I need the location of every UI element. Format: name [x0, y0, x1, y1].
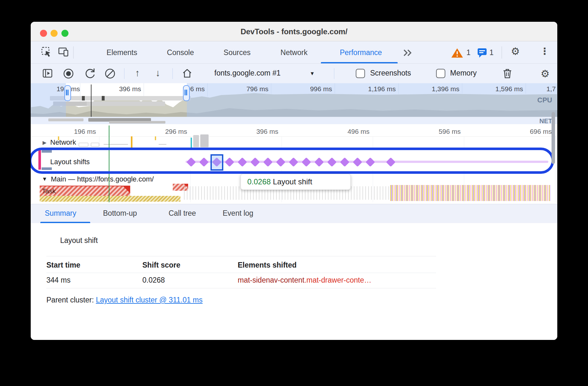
- track-resize-bar-top[interactable]: [42, 150, 52, 153]
- main-collapse-icon[interactable]: ▼: [42, 176, 47, 182]
- network-track[interactable]: ▶ Network Lar Fan l… fonts.google.com): [31, 136, 557, 149]
- tab-sources[interactable]: Sources: [224, 48, 250, 57]
- record-icon[interactable]: [63, 68, 74, 79]
- request-connector: [104, 144, 128, 145]
- tooltip-label: Layout shift: [273, 177, 312, 186]
- flamechart-activity-dense: [390, 185, 550, 201]
- tab-network[interactable]: Network: [281, 48, 307, 57]
- task-label: Task: [42, 187, 56, 195]
- garbage-collect-icon[interactable]: [502, 68, 513, 79]
- net-band: NET: [31, 117, 557, 124]
- reload-record-icon[interactable]: [84, 68, 96, 79]
- track-color-strip: [38, 150, 41, 170]
- tab-elements[interactable]: Elements: [107, 48, 137, 57]
- tab-event-log[interactable]: Event log: [223, 209, 253, 218]
- capture-settings-gear-icon[interactable]: ⚙: [541, 68, 550, 80]
- ruler-label: 496 ms: [347, 128, 369, 135]
- overview-ruler-label: 1,396 ms: [432, 85, 459, 93]
- network-track-label: Network: [50, 138, 76, 147]
- history-caret-icon[interactable]: ▼: [310, 71, 315, 76]
- tab-call-tree[interactable]: Call tree: [169, 209, 196, 218]
- warning-icon[interactable]: [451, 48, 463, 58]
- elements-shifted-value[interactable]: mat-sidenav-content.mat-drawer-conte…: [238, 276, 371, 285]
- tooltip-score: 0.0268: [247, 177, 271, 186]
- task-sub-bar[interactable]: [40, 196, 180, 202]
- overview-ruler-label: 19: [57, 85, 64, 93]
- selection-handle-left[interactable]: [64, 85, 71, 101]
- vertical-scrollbar[interactable]: [552, 112, 555, 164]
- load-profile-icon[interactable]: ↑: [135, 68, 140, 78]
- overview-network-mark: [82, 96, 85, 101]
- net-request-bar: [109, 121, 165, 124]
- summary-panel: Layout shift Start time Shift score Elem…: [31, 223, 557, 340]
- divider: [46, 288, 436, 288]
- screenshots-checkbox[interactable]: [356, 69, 365, 78]
- live-metrics-home-icon[interactable]: [182, 68, 192, 78]
- layout-shifts-track-label: Layout shifts: [50, 158, 90, 166]
- tabbar-divider-right: [502, 46, 502, 59]
- parent-cluster-link[interactable]: Layout shift cluster @ 311.01 ms: [96, 296, 203, 304]
- overview-ruler-label: 1,596 ms: [496, 85, 523, 93]
- devtools-window: DevTools - fonts.google.com/ ElementsCon…: [31, 22, 557, 340]
- network-expand-icon[interactable]: ▶: [43, 140, 46, 146]
- overview-ruler-label: ms: [71, 85, 80, 93]
- network-request-bar[interactable]: [79, 143, 88, 147]
- cpu-label: CPU: [537, 96, 552, 104]
- parent-cluster-row: Parent cluster: Layout shift cluster @ 3…: [46, 296, 203, 304]
- timeline-overview[interactable]: 19ms396 ms596 ms796 ms996 ms1,196 ms1,39…: [31, 83, 557, 125]
- selection-handle-right[interactable]: [183, 85, 190, 101]
- long-task-bar[interactable]: Task: [40, 186, 130, 196]
- screenshots-label[interactable]: Screenshots: [370, 69, 411, 77]
- settings-gear-icon[interactable]: ⚙: [511, 45, 520, 57]
- details-tabbar: SummaryBottom-upCall treeEvent log: [31, 204, 557, 224]
- overview-ruler-label: 396 ms: [119, 85, 141, 93]
- network-tick: [131, 136, 132, 148]
- tab-console[interactable]: Console: [167, 48, 194, 57]
- ruler-label: 396 ms: [256, 128, 278, 135]
- overview-network-bar: [87, 101, 165, 106]
- history-select-value[interactable]: fonts.google.com #1: [214, 69, 281, 77]
- device-toolbar-icon[interactable]: [58, 47, 69, 57]
- toggle-sidebar-icon[interactable]: [43, 68, 53, 78]
- toolbar-divider-2: [172, 68, 173, 79]
- clear-icon[interactable]: [104, 68, 116, 79]
- overview-ruler-label: 996 ms: [310, 85, 332, 93]
- tab-summary[interactable]: Summary: [45, 209, 76, 218]
- detail-ruler: 196 ms296 ms396 ms496 ms596 ms696 ms: [31, 125, 557, 137]
- overview-network-mark: [102, 96, 105, 101]
- divider: [46, 256, 436, 256]
- divider: [46, 273, 436, 273]
- performance-toolbar: ↑ ↓ fonts.google.com #1 ▼ Screenshots Me…: [31, 64, 557, 84]
- start-time-value: 344 ms: [46, 276, 70, 285]
- overview-ruler-label: 796 ms: [246, 85, 268, 93]
- issues-icon[interactable]: [477, 48, 488, 58]
- ruler-label: 196 ms: [74, 128, 96, 135]
- network-block: [200, 134, 209, 147]
- network-request-bar[interactable]: [91, 143, 99, 147]
- tab-bottom-up[interactable]: Bottom-up: [103, 209, 137, 218]
- overview-ruler-label: 1,7: [546, 85, 556, 93]
- warning-count[interactable]: 1: [466, 48, 471, 57]
- request-connector: [159, 144, 166, 145]
- overflow-menu-icon[interactable]: ⋮: [540, 46, 549, 57]
- memory-label[interactable]: Memory: [450, 69, 477, 77]
- issues-count[interactable]: 1: [489, 48, 494, 57]
- save-profile-icon[interactable]: ↓: [155, 68, 160, 78]
- shift-score-value: 0.0268: [142, 276, 165, 285]
- legend-label: Layout shift: [60, 236, 98, 245]
- selected-diamond-box[interactable]: [211, 154, 223, 171]
- overview-cursor-line: [91, 84, 91, 117]
- devtools-tabbar: ElementsConsoleSourcesNetworkPerformance…: [31, 41, 557, 64]
- network-cyan-tick: [191, 138, 192, 148]
- ruler-label: 596 ms: [439, 128, 461, 135]
- active-tab-underline: [321, 62, 398, 63]
- tab-performance[interactable]: Performance: [340, 48, 382, 57]
- more-tabs-icon[interactable]: [403, 49, 414, 57]
- ruler-label: 296 ms: [165, 128, 187, 135]
- inspect-icon[interactable]: [41, 46, 52, 58]
- toolbar-divider-3: [334, 68, 334, 79]
- memory-checkbox[interactable]: [436, 69, 445, 78]
- col-header-start-time: Start time: [46, 261, 80, 269]
- network-tick: [155, 136, 156, 140]
- track-resize-bar-bottom[interactable]: [42, 167, 52, 170]
